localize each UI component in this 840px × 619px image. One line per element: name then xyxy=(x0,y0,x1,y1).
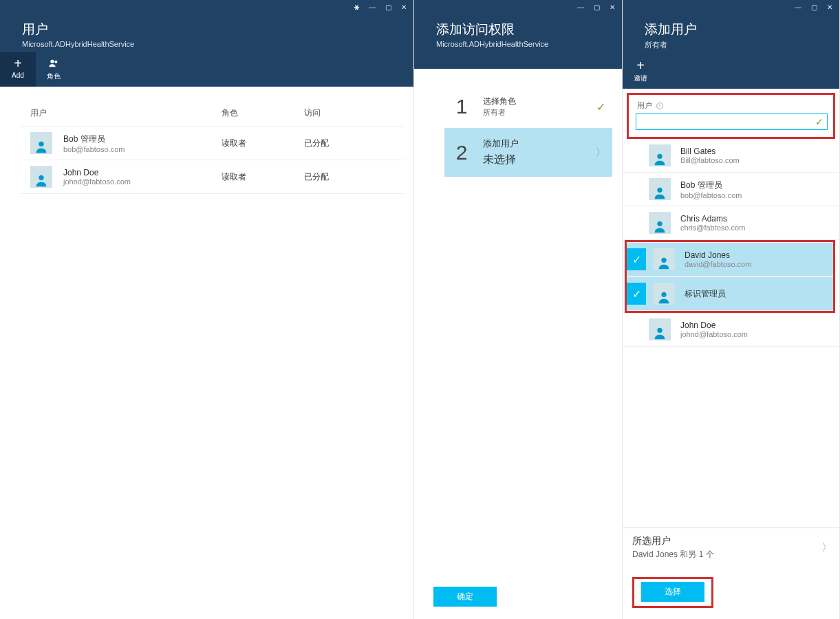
avatar-icon xyxy=(649,212,671,234)
selection-highlight: ✓ David Jones david@fabtoso.com ✓ xyxy=(625,240,835,313)
blade-body: 用户 i ✓ Bill Gates Bill@fabtoso.com xyxy=(623,89,839,619)
summary-detail: David Jones 和另 1 个 xyxy=(632,549,830,561)
blade-add-user: — ▢ ✕ 添加用户 所有者 + 邀请 用户 i ✓ xyxy=(623,0,840,619)
list-item[interactable]: John Doe johnd@fabtoso.com xyxy=(623,313,839,347)
table-row[interactable]: Bob 管理员 bob@fabtoso.com 读取者 已分配 xyxy=(21,126,404,160)
window-controls: — ▢ ✕ xyxy=(795,4,832,11)
user-email: chris@fabtoso.com xyxy=(680,224,745,232)
user-name: David Jones xyxy=(685,250,751,260)
blade-header: — ▢ ✕ 添加用户 所有者 + 邀请 xyxy=(623,0,839,89)
user-access: 已分配 xyxy=(304,138,387,149)
user-role: 读取者 xyxy=(222,138,304,149)
step-number: 2 xyxy=(450,141,473,164)
list-item[interactable]: Chris Adams chris@fabtoso.com xyxy=(623,206,839,240)
user-list: Bill Gates Bill@fabtoso.com Bob 管理员 bob@… xyxy=(623,139,839,528)
step-label: 添加用户 xyxy=(483,138,596,150)
check-icon: ✓ xyxy=(815,116,823,127)
add-button[interactable]: + Add xyxy=(0,52,36,87)
ok-button[interactable]: 确定 xyxy=(433,587,497,607)
maximize-icon[interactable]: ▢ xyxy=(811,4,817,11)
minimize-icon[interactable]: — xyxy=(795,4,801,11)
table-header: 用户 角色 访问 xyxy=(21,103,404,126)
search-label: 用户 i xyxy=(637,100,828,111)
avatar-icon xyxy=(30,166,52,188)
user-name: John Doe xyxy=(63,168,222,177)
check-icon: ✓ xyxy=(596,100,605,113)
search-highlight: 用户 i ✓ xyxy=(627,93,835,139)
user-email: johnd@fabtoso.com xyxy=(63,177,222,186)
close-icon[interactable]: ✕ xyxy=(827,4,832,11)
role-button[interactable]: 角色 xyxy=(36,52,72,87)
blade-header: — ▢ ✕ 添加访问权限 Microsoft.ADHybridHealthSer… xyxy=(414,0,622,69)
svg-point-8 xyxy=(661,292,666,297)
toolbar: + 邀请 xyxy=(623,50,839,89)
role-icon xyxy=(44,56,63,70)
list-item[interactable]: Bill Gates Bill@fabtoso.com xyxy=(623,139,839,173)
user-email: bob@fabtoso.com xyxy=(680,191,742,199)
user-role: 读取者 xyxy=(222,171,304,183)
svg-point-2 xyxy=(39,142,43,146)
list-item[interactable]: ✓ 标识管理员 xyxy=(627,276,833,311)
maximize-icon[interactable]: ▢ xyxy=(594,4,600,11)
search-input[interactable] xyxy=(636,113,828,130)
invite-button[interactable]: + 邀请 xyxy=(623,54,658,89)
user-email: johnd@fabtoso.com xyxy=(680,330,748,338)
window-controls: — ▢ ✕ xyxy=(577,4,615,11)
svg-point-3 xyxy=(39,175,43,180)
step-value: 未选择 xyxy=(483,153,596,167)
check-icon: ✓ xyxy=(627,248,646,270)
check-icon: ✓ xyxy=(627,283,646,305)
svg-point-4 xyxy=(657,154,662,159)
blade-subtitle: Microsoft.ADHybridHealthService xyxy=(414,40,622,48)
toolbar: + Add 角色 xyxy=(0,48,413,87)
chevron-right-icon: 〉 xyxy=(596,146,605,159)
minimize-icon[interactable]: — xyxy=(369,4,376,11)
user-email: Bill@fabtoso.com xyxy=(680,156,740,164)
check-slot xyxy=(623,212,642,234)
maximize-icon[interactable]: ▢ xyxy=(385,4,391,11)
user-email: david@fabtoso.com xyxy=(685,260,751,268)
svg-point-5 xyxy=(657,188,662,193)
select-highlight: 选择 xyxy=(632,577,713,608)
selected-summary[interactable]: 所选用户 David Jones 和另 1 个 〉 xyxy=(623,528,839,569)
user-name: 标识管理员 xyxy=(685,288,726,300)
plus-icon: + xyxy=(636,58,645,72)
svg-point-9 xyxy=(657,328,662,333)
blade-subtitle: 所有者 xyxy=(623,40,839,50)
info-icon[interactable]: i xyxy=(656,102,663,109)
check-slot xyxy=(623,318,642,340)
blade-subtitle: Microsoft.ADHybridHealthService xyxy=(0,40,413,48)
step-select-role[interactable]: 1 选择角色 所有者 ✓ xyxy=(444,85,612,128)
avatar-icon xyxy=(30,132,52,154)
chevron-right-icon: 〉 xyxy=(821,541,832,555)
window-controls: ✱ — ▢ ✕ xyxy=(354,4,407,11)
minimize-icon[interactable]: — xyxy=(577,4,584,11)
svg-point-1 xyxy=(54,61,57,63)
avatar-icon xyxy=(653,248,675,270)
avatar-icon xyxy=(653,283,675,305)
blade-title: 用户 xyxy=(0,0,413,40)
user-name: Bob 管理员 xyxy=(63,133,222,145)
close-icon[interactable]: ✕ xyxy=(610,4,615,11)
pin-icon[interactable]: ✱ xyxy=(352,3,360,12)
user-name: Bill Gates xyxy=(680,146,740,156)
list-item[interactable]: Bob 管理员 bob@fabtoso.com xyxy=(623,173,839,206)
col-user: 用户 xyxy=(30,107,222,119)
user-email: bob@fabtoso.com xyxy=(63,145,222,153)
user-name: John Doe xyxy=(680,321,748,330)
table-row[interactable]: John Doe johnd@fabtoso.com 读取者 已分配 xyxy=(21,160,404,194)
step-value: 所有者 xyxy=(483,107,596,118)
step-number: 1 xyxy=(450,95,473,118)
step-add-user[interactable]: 2 添加用户 未选择 〉 xyxy=(444,128,612,177)
select-button[interactable]: 选择 xyxy=(641,582,704,602)
blade-header: ✱ — ▢ ✕ 用户 Microsoft.ADHybridHealthServi… xyxy=(0,0,413,87)
col-role: 角色 xyxy=(222,107,304,119)
avatar-icon xyxy=(649,144,671,166)
plus-icon: + xyxy=(14,56,22,70)
check-slot xyxy=(623,144,642,166)
user-name: Chris Adams xyxy=(680,214,745,224)
summary-title: 所选用户 xyxy=(632,535,830,547)
list-item[interactable]: ✓ David Jones david@fabtoso.com xyxy=(627,242,833,276)
close-icon[interactable]: ✕ xyxy=(401,4,407,11)
col-access: 访问 xyxy=(304,107,387,119)
